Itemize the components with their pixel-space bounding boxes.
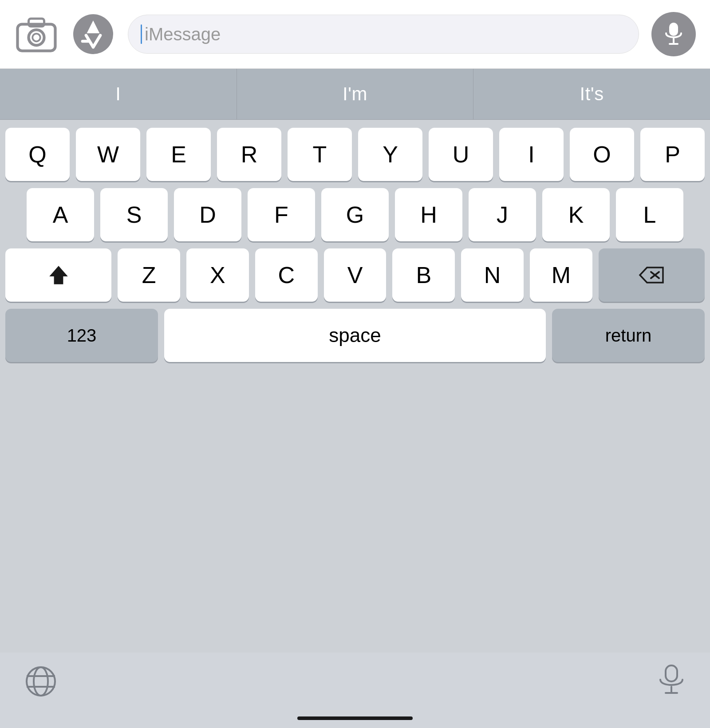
keyboard: Q W E R T Y U I O P A S D F G H J K L Z …	[0, 120, 710, 653]
text-cursor	[141, 24, 142, 44]
key-n[interactable]: N	[461, 248, 524, 302]
home-bar	[297, 716, 413, 720]
svg-rect-4	[669, 23, 678, 36]
key-d[interactable]: D	[174, 188, 241, 241]
key-r[interactable]: R	[217, 128, 281, 181]
key-u[interactable]: U	[429, 128, 493, 181]
key-q[interactable]: Q	[5, 128, 70, 181]
return-key[interactable]: return	[552, 309, 705, 362]
shift-icon	[47, 264, 70, 287]
autocomplete-item-2[interactable]: I'm	[237, 69, 474, 119]
mic-icon	[663, 21, 685, 47]
delete-key[interactable]	[599, 248, 705, 302]
num-key[interactable]: 123	[5, 309, 158, 362]
message-input[interactable]: iMessage	[128, 15, 639, 54]
key-j[interactable]: J	[469, 188, 536, 241]
globe-icon	[23, 664, 59, 699]
svg-rect-14	[666, 665, 677, 681]
key-g[interactable]: G	[321, 188, 389, 241]
key-m[interactable]: M	[530, 248, 592, 302]
key-e[interactable]: E	[146, 128, 211, 181]
camera-icon	[14, 12, 59, 56]
appstore-button[interactable]	[71, 12, 115, 56]
key-h[interactable]: H	[395, 188, 462, 241]
key-w[interactable]: W	[76, 128, 140, 181]
keyboard-row-2: A S D F G H J K L	[5, 188, 705, 241]
top-bar: iMessage	[0, 0, 710, 69]
key-x[interactable]: X	[186, 248, 249, 302]
shift-key[interactable]	[5, 248, 111, 302]
key-f[interactable]: F	[248, 188, 315, 241]
space-key[interactable]: space	[164, 309, 546, 362]
key-z[interactable]: Z	[118, 248, 180, 302]
globe-button[interactable]	[23, 664, 59, 699]
keyboard-row-3: Z X C V B N M	[5, 248, 705, 302]
mic-bottom-button[interactable]	[656, 664, 687, 699]
mic-bottom-icon	[656, 664, 687, 699]
svg-point-10	[27, 667, 55, 696]
key-v[interactable]: V	[324, 248, 387, 302]
svg-marker-7	[49, 266, 68, 284]
autocomplete-bar: I I'm It's	[0, 69, 710, 120]
delete-icon	[638, 264, 665, 286]
key-c[interactable]: C	[255, 248, 318, 302]
svg-point-11	[34, 667, 48, 696]
key-t[interactable]: T	[288, 128, 352, 181]
key-s[interactable]: S	[100, 188, 168, 241]
key-i[interactable]: I	[499, 128, 564, 181]
key-l[interactable]: L	[616, 188, 683, 241]
key-y[interactable]: Y	[358, 128, 422, 181]
svg-point-3	[32, 34, 40, 42]
autocomplete-item-3[interactable]: It's	[473, 69, 710, 119]
svg-rect-0	[18, 24, 55, 51]
camera-button[interactable]	[14, 12, 59, 56]
key-o[interactable]: O	[570, 128, 634, 181]
svg-point-2	[29, 30, 44, 45]
keyboard-row-4: 123 space return	[5, 309, 705, 362]
key-p[interactable]: P	[640, 128, 705, 181]
autocomplete-item-1[interactable]: I	[0, 69, 237, 119]
key-a[interactable]: A	[27, 188, 94, 241]
keyboard-row-1: Q W E R T Y U I O P	[5, 128, 705, 181]
appstore-icon	[75, 16, 111, 52]
key-b[interactable]: B	[392, 248, 455, 302]
message-placeholder: iMessage	[145, 24, 221, 44]
mic-button[interactable]	[651, 12, 696, 56]
key-k[interactable]: K	[542, 188, 610, 241]
bottom-bar	[0, 653, 710, 728]
appstore-circle	[73, 14, 113, 54]
